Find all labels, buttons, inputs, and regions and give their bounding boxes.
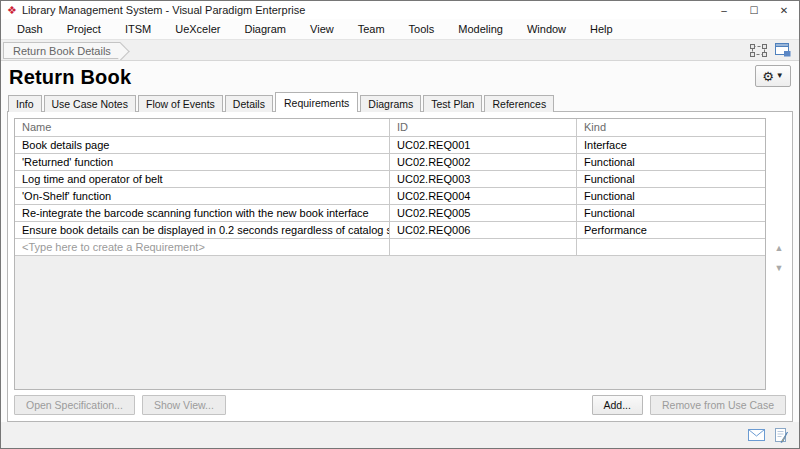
- show-window-icon[interactable]: [775, 43, 791, 57]
- tab-references[interactable]: References: [484, 95, 554, 112]
- app-window: ❖ Library Management System - Visual Par…: [0, 0, 800, 449]
- minimize-icon[interactable]: –: [709, 1, 739, 19]
- title-bar: ❖ Library Management System - Visual Par…: [1, 1, 799, 19]
- tab-use-case-notes[interactable]: Use Case Notes: [44, 95, 136, 112]
- fit-selection-icon[interactable]: [750, 44, 767, 57]
- req-kind: Functional: [577, 171, 765, 187]
- menu-modeling[interactable]: Modeling: [446, 23, 515, 35]
- menu-window[interactable]: Window: [515, 23, 578, 35]
- menu-dash[interactable]: Dash: [5, 23, 55, 35]
- req-id: UC02.REQ005: [390, 205, 577, 221]
- req-name: 'On-Shelf' function: [15, 188, 390, 204]
- messages-mail-icon[interactable]: [748, 429, 765, 441]
- column-header-id: ID: [390, 119, 577, 136]
- req-kind: Functional: [577, 205, 765, 221]
- close-icon[interactable]: ✕: [769, 1, 799, 19]
- open-specification-button[interactable]: Open Specification...: [14, 395, 135, 415]
- settings-gear-button[interactable]: ⚙ ▼: [755, 65, 791, 87]
- req-id: UC02.REQ003: [390, 171, 577, 187]
- panel-footer: Open Specification... Show View... Add..…: [8, 390, 792, 421]
- tab-requirements[interactable]: Requirements: [275, 92, 358, 112]
- tab-details[interactable]: Details: [225, 95, 273, 112]
- new-requirement-row[interactable]: <Type here to create a Requirement>: [15, 239, 765, 256]
- window-controls: – ☐ ✕: [709, 1, 799, 19]
- req-kind: Performance: [577, 222, 765, 238]
- empty-cell: [577, 239, 765, 255]
- req-kind: Interface: [577, 137, 765, 153]
- reorder-controls: ▲ ▼: [766, 118, 792, 390]
- table-header-row: Name ID Kind: [15, 119, 765, 137]
- req-name: Ensure book details can be displayed in …: [15, 222, 390, 238]
- show-view-button[interactable]: Show View...: [142, 395, 226, 415]
- chevron-down-icon: ▼: [776, 72, 784, 80]
- menu-team[interactable]: Team: [346, 23, 397, 35]
- req-name: Log time and operator of belt: [15, 171, 390, 187]
- menu-tools[interactable]: Tools: [397, 23, 447, 35]
- notes-editor-icon[interactable]: [775, 428, 788, 443]
- table-row[interactable]: Ensure book details can be displayed in …: [15, 222, 765, 239]
- tab-diagrams[interactable]: Diagrams: [360, 95, 421, 112]
- breadcrumb-toolbar: [750, 43, 791, 57]
- tab-info[interactable]: Info: [8, 95, 42, 112]
- req-name: 'Returned' function: [15, 154, 390, 170]
- column-header-name: Name: [15, 119, 390, 136]
- footer-right-buttons: Add... Remove from Use Case: [592, 395, 786, 415]
- tab-flow-of-events[interactable]: Flow of Events: [138, 95, 223, 112]
- req-id: UC02.REQ002: [390, 154, 577, 170]
- menu-project[interactable]: Project: [55, 23, 113, 35]
- menu-itsm[interactable]: ITSM: [113, 23, 163, 35]
- new-requirement-input[interactable]: <Type here to create a Requirement>: [15, 239, 390, 255]
- breadcrumb-label: Return Book Details: [13, 45, 111, 57]
- move-down-icon[interactable]: ▼: [775, 264, 784, 273]
- menu-uexceler[interactable]: UeXceler: [163, 23, 232, 35]
- breadcrumb[interactable]: Return Book Details: [3, 42, 121, 59]
- tab-test-plan[interactable]: Test Plan: [423, 95, 482, 112]
- remove-from-use-case-button[interactable]: Remove from Use Case: [650, 395, 786, 415]
- req-id: UC02.REQ001: [390, 137, 577, 153]
- table-row[interactable]: 'On-Shelf' function UC02.REQ004 Function…: [15, 188, 765, 205]
- requirements-table: Name ID Kind Book details page UC02.REQ0…: [14, 118, 766, 390]
- req-id: UC02.REQ004: [390, 188, 577, 204]
- visual-paradigm-logo-icon: ❖: [7, 5, 17, 16]
- req-kind: Functional: [577, 154, 765, 170]
- status-bar: [1, 422, 799, 448]
- req-name: Book details page: [15, 137, 390, 153]
- menu-bar: Dash Project ITSM UeXceler Diagram View …: [1, 19, 799, 40]
- gear-icon: ⚙: [762, 70, 774, 83]
- table-row[interactable]: Book details page UC02.REQ001 Interface: [15, 137, 765, 154]
- req-id: UC02.REQ006: [390, 222, 577, 238]
- requirements-panel: Name ID Kind Book details page UC02.REQ0…: [7, 111, 793, 422]
- menu-view[interactable]: View: [298, 23, 346, 35]
- maximize-icon[interactable]: ☐: [739, 1, 769, 19]
- move-up-icon[interactable]: ▲: [775, 244, 784, 253]
- detail-tabs: Info Use Case Notes Flow of Events Detai…: [1, 92, 799, 112]
- menu-diagram[interactable]: Diagram: [232, 23, 298, 35]
- add-button[interactable]: Add...: [592, 395, 643, 415]
- empty-cell: [390, 239, 577, 255]
- req-kind: Functional: [577, 188, 765, 204]
- table-row[interactable]: 'Returned' function UC02.REQ002 Function…: [15, 154, 765, 171]
- page-title: Return Book: [9, 65, 799, 89]
- table-row[interactable]: Re-integrate the barcode scanning functi…: [15, 205, 765, 222]
- column-header-kind: Kind: [577, 119, 765, 136]
- table-row[interactable]: Log time and operator of belt UC02.REQ00…: [15, 171, 765, 188]
- table-zone: Name ID Kind Book details page UC02.REQ0…: [8, 112, 792, 390]
- window-title: Library Management System - Visual Parad…: [22, 4, 305, 16]
- page-header: Return Book ⚙ ▼: [1, 61, 799, 92]
- table-empty-area: [15, 256, 765, 389]
- req-name: Re-integrate the barcode scanning functi…: [15, 205, 390, 221]
- breadcrumb-bar: Return Book Details: [1, 40, 799, 61]
- menu-help[interactable]: Help: [578, 23, 625, 35]
